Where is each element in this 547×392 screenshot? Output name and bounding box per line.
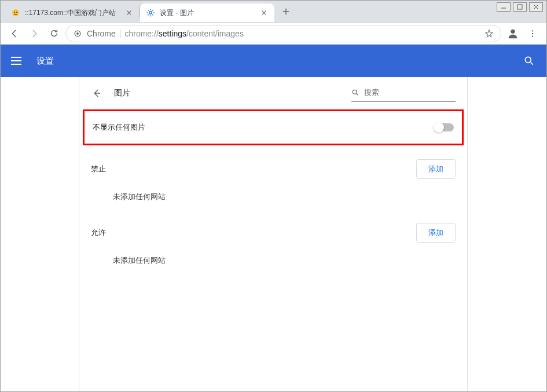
tab-settings-images[interactable]: 设置 - 图片 — [140, 3, 274, 22]
toggle-label: 不显示任何图片 — [93, 122, 145, 133]
svg-point-31 — [353, 90, 357, 94]
svg-line-32 — [357, 93, 358, 95]
back-button[interactable] — [6, 25, 23, 42]
gear-favicon-icon — [146, 8, 155, 17]
settings-panel: 图片 不显示任何图片 禁止 — [79, 77, 468, 391]
forward-button[interactable] — [26, 25, 42, 42]
add-button-label: 添加 — [428, 164, 443, 174]
settings-app-bar: 设置 — [1, 45, 546, 77]
site-info-icon[interactable] — [73, 29, 82, 38]
tab-title: ::17173.com::中国游戏门户站 — [25, 8, 120, 18]
omnibox-url: Chrome | chrome://settings/content/image… — [87, 29, 480, 38]
svg-line-16 — [152, 10, 153, 10]
panel-back-button[interactable] — [91, 87, 102, 99]
minimize-button[interactable] — [497, 2, 511, 12]
window-controls — [493, 1, 546, 13]
section-title-block: 禁止 — [91, 164, 106, 174]
svg-point-28 — [532, 35, 533, 36]
section-allow: 允许 添加 未添加任何网站 — [79, 214, 467, 277]
browser-window: ::17173.com::中国游戏门户站 设置 - 图片 — [0, 0, 547, 392]
tab-title: 设置 - 图片 — [160, 8, 255, 18]
svg-line-15 — [152, 14, 153, 15]
settings-content: 图片 不显示任何图片 禁止 — [1, 77, 546, 391]
add-button-label: 添加 — [428, 228, 443, 238]
add-allow-site-button[interactable]: 添加 — [416, 223, 456, 243]
panel-header: 图片 — [79, 77, 467, 109]
url-origin: chrome:// — [124, 29, 158, 38]
toggle-knob — [434, 122, 444, 133]
section-block: 禁止 添加 未添加任何网站 — [79, 150, 467, 214]
images-toggle[interactable] — [434, 123, 454, 131]
allow-empty-message: 未添加任何网站 — [91, 243, 456, 272]
url-scheme: Chrome — [87, 29, 116, 38]
kebab-menu-icon[interactable] — [524, 25, 541, 42]
panel-title: 图片 — [114, 88, 130, 98]
svg-line-14 — [148, 10, 148, 10]
bookmark-star-icon[interactable] — [484, 29, 494, 38]
hamburger-menu-icon[interactable] — [11, 54, 25, 68]
svg-rect-1 — [517, 5, 522, 9]
settings-search-icon[interactable] — [522, 54, 536, 68]
section-header: 禁止 添加 — [91, 159, 456, 179]
browser-toolbar: Chrome | chrome://settings/content/image… — [1, 23, 546, 45]
svg-point-4 — [12, 9, 19, 16]
add-block-site-button[interactable]: 添加 — [416, 159, 456, 179]
svg-point-25 — [511, 29, 515, 33]
svg-line-17 — [148, 14, 148, 15]
svg-point-26 — [532, 30, 533, 31]
tab-strip: ::17173.com::中国游戏门户站 设置 - 图片 — [1, 1, 546, 23]
svg-point-29 — [525, 57, 531, 63]
new-tab-button[interactable] — [278, 3, 294, 20]
svg-line-30 — [531, 63, 533, 65]
svg-point-9 — [149, 12, 152, 14]
svg-point-5 — [14, 12, 15, 13]
maximize-button[interactable] — [513, 2, 527, 12]
block-empty-message: 未添加任何网站 — [91, 179, 456, 208]
section-title-allow: 允许 — [91, 228, 106, 238]
reload-button[interactable] — [46, 25, 62, 42]
close-window-button[interactable] — [529, 2, 543, 12]
address-bar[interactable]: Chrome | chrome://settings/content/image… — [65, 25, 501, 42]
tab-close-icon[interactable] — [124, 8, 134, 17]
url-path1: settings — [159, 29, 186, 38]
svg-point-24 — [76, 32, 79, 35]
profile-avatar-icon[interactable] — [505, 25, 521, 42]
svg-point-27 — [532, 32, 533, 34]
tab-17173[interactable]: ::17173.com::中国游戏门户站 — [5, 3, 139, 22]
settings-title: 设置 — [36, 56, 54, 67]
toggle-row-images-disabled: 不显示任何图片 — [83, 109, 464, 145]
url-path2: /content/images — [186, 29, 244, 38]
search-icon — [351, 88, 359, 97]
tab-close-icon[interactable] — [259, 8, 269, 17]
panel-search-field[interactable] — [351, 85, 456, 102]
section-header: 允许 添加 — [91, 223, 456, 243]
game-favicon-icon — [11, 8, 20, 17]
svg-point-6 — [16, 12, 17, 13]
panel-search-input[interactable] — [363, 87, 462, 97]
